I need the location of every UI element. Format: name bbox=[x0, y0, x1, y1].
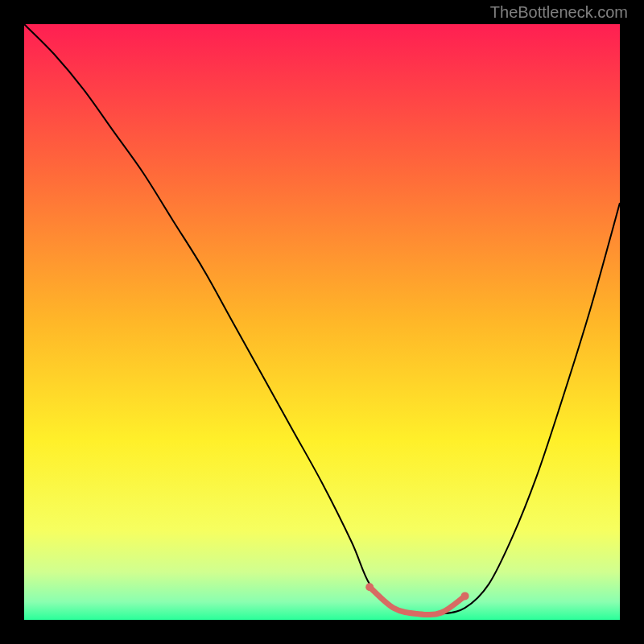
svg-point-1 bbox=[365, 583, 374, 591]
svg-point-2 bbox=[461, 592, 469, 600]
plot-area bbox=[24, 24, 620, 620]
watermark-text: TheBottleneck.com bbox=[490, 3, 628, 22]
optimal-range-marker bbox=[24, 24, 620, 620]
